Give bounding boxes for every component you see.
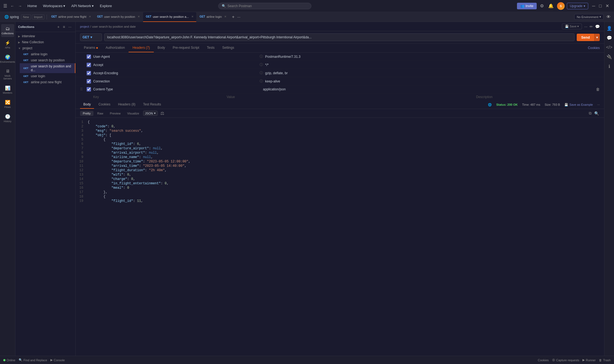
header-info-icon[interactable]: ⓘ	[260, 71, 263, 75]
tab-headers[interactable]: Headers (7)	[129, 44, 154, 52]
plugin-icon-button[interactable]: 🔌	[605, 53, 614, 61]
raw-format-button[interactable]: Raw	[95, 111, 106, 116]
minimize-button[interactable]: ─	[590, 3, 597, 9]
explore-link[interactable]: Explore	[98, 3, 114, 9]
response-more-button[interactable]: ···	[597, 103, 600, 106]
sidebar-item-environments[interactable]: 🌍 Environments	[1, 52, 14, 65]
tree-item-user-login[interactable]: GET user login	[20, 73, 75, 79]
import-button[interactable]: Import	[32, 15, 44, 19]
tab-add-button[interactable]: +	[230, 13, 237, 21]
cookies-link[interactable]: Cookies	[588, 44, 600, 52]
sort-button[interactable]: ≡	[62, 24, 66, 30]
sidebar-item-history[interactable]: 🕐 History	[1, 112, 14, 125]
capture-requests-button[interactable]: ⦿ Capture requests	[552, 359, 579, 362]
invite-button[interactable]: 👥 Invite	[517, 3, 537, 9]
save-as-example-button[interactable]: 💾 Save as Example	[564, 103, 593, 107]
find-replace-button[interactable]: 🔍 Find and Replace	[19, 358, 47, 362]
edit-button[interactable]: ✏	[590, 24, 593, 29]
menu-icon[interactable]: ☰	[3, 3, 7, 8]
tree-item-new-collection[interactable]: ▶ New Collection	[15, 39, 75, 45]
sidebar-item-monitors[interactable]: 📊 Monitors	[1, 83, 14, 96]
workspaces-link[interactable]: Workspaces▾	[41, 3, 67, 9]
settings-icon-button[interactable]: ⚙	[539, 2, 545, 10]
sidebar-item-mock-servers[interactable]: 🖥 Mock Servers	[1, 67, 14, 82]
environment-selector[interactable]: No Environment ▾	[574, 14, 604, 20]
header-checkbox[interactable]	[87, 79, 91, 84]
api-network-link[interactable]: API Network▾	[69, 3, 96, 9]
resp-tab-test-results[interactable]: Test Results	[140, 101, 164, 109]
tree-item-user-search-position-date[interactable]: GET user search by position and d...	[20, 63, 75, 73]
add-collection-button[interactable]: +	[56, 24, 61, 30]
tab-settings[interactable]: Settings	[218, 44, 238, 52]
preview-format-button[interactable]: Preview	[107, 111, 123, 116]
tree-item-airline-login[interactable]: GET airline login	[20, 51, 75, 57]
tab-user-search-position-date[interactable]: GET user search by position a... ✕	[143, 12, 196, 22]
nav-back-button[interactable]: ←	[9, 3, 16, 9]
upgrade-button[interactable]: Upgrade▾	[567, 3, 588, 9]
send-button[interactable]: Send	[577, 34, 594, 41]
tree-item-airline-post-new-flight[interactable]: GET airline post new flight	[20, 79, 75, 85]
send-dropdown-button[interactable]: ▾	[594, 34, 600, 41]
tab-close-icon[interactable]: ✕	[191, 15, 194, 18]
header-checkbox[interactable]	[87, 55, 91, 59]
tab-params[interactable]: Params	[80, 44, 102, 52]
breadcrumb-more-button[interactable]: ···	[584, 24, 587, 29]
search-code-button[interactable]: 🔍	[593, 110, 600, 116]
maximize-button[interactable]: □	[597, 3, 603, 9]
header-checkbox[interactable]	[87, 71, 91, 75]
copy-button[interactable]: ⧉	[588, 110, 592, 116]
close-button[interactable]: ✕	[604, 3, 611, 9]
sidebar-item-collections[interactable]: 🗂 Collections	[1, 24, 14, 37]
header-checkbox[interactable]	[87, 63, 91, 67]
tab-tests[interactable]: Tests	[203, 44, 218, 52]
tree-item-project[interactable]: ▼ project	[15, 45, 75, 51]
sidebar-item-flows[interactable]: 🔀 Flows	[1, 98, 14, 111]
method-selector[interactable]: GET ▾	[80, 33, 102, 41]
environment-icon-button[interactable]: 👁	[605, 13, 612, 21]
nav-forward-button[interactable]: →	[16, 3, 24, 9]
avatar[interactable]: S	[557, 2, 565, 10]
notification-icon-button[interactable]: 🔔	[547, 2, 555, 10]
url-input[interactable]	[104, 33, 575, 41]
resp-tab-headers[interactable]: Headers (8)	[115, 101, 139, 109]
cookies-status-button[interactable]: Cookies	[538, 359, 549, 362]
sidebar-item-apis[interactable]: ⚡ APIs	[1, 38, 14, 51]
tab-close-icon[interactable]: ✕	[224, 15, 226, 18]
new-header-key[interactable]: Key	[93, 95, 217, 99]
tab-authorization[interactable]: Authorization	[102, 44, 129, 52]
save-button[interactable]: 💾 Save ▾	[562, 24, 582, 29]
visualize-format-button[interactable]: Visualize	[124, 111, 142, 116]
tab-user-search-position[interactable]: GET user search by position ✕	[94, 12, 143, 22]
tab-more-button[interactable]: ···	[237, 15, 240, 19]
header-info-icon[interactable]: ⓘ	[260, 54, 263, 59]
search-bar[interactable]: 🔍 Search Postman	[218, 3, 311, 9]
runner-button[interactable]: ▶ Runner	[582, 358, 596, 362]
header-info-icon[interactable]: ⓘ	[260, 62, 263, 67]
home-link[interactable]: Home	[25, 3, 39, 9]
tab-body[interactable]: Body	[154, 44, 169, 52]
more-options-button[interactable]: ···	[67, 24, 73, 30]
pretty-format-button[interactable]: Pretty	[80, 111, 93, 116]
console-button[interactable]: ▶ Console	[50, 358, 65, 362]
person-icon-button[interactable]: 👤	[605, 24, 614, 33]
info-icon-button[interactable]: ℹ	[607, 62, 612, 71]
tree-item-user-search-position[interactable]: GET user search by position	[20, 57, 75, 63]
code-icon-button[interactable]: </>	[604, 43, 614, 51]
breadcrumb-project[interactable]: project	[80, 25, 89, 28]
resp-tab-body[interactable]: Body	[80, 101, 94, 109]
tab-pre-request-script[interactable]: Pre-request Script	[169, 44, 203, 52]
new-button[interactable]: New	[21, 15, 31, 19]
comment-button[interactable]: 💬	[595, 24, 600, 29]
comment-sidebar-icon-button[interactable]: 💬	[605, 34, 614, 42]
tree-item-interview[interactable]: ▶ interview	[15, 33, 75, 39]
header-delete-icon[interactable]: 🗑	[596, 87, 600, 91]
tab-close-icon[interactable]: ✕	[138, 15, 140, 18]
trash-button[interactable]: 🗑 Trash	[599, 359, 611, 362]
header-info-icon[interactable]: ⓘ	[260, 79, 263, 84]
resp-tab-cookies[interactable]: Cookies	[95, 101, 113, 109]
filter-icon-button[interactable]: ⚖	[159, 110, 166, 116]
tab-close-icon[interactable]: ✕	[89, 15, 91, 18]
new-header-value[interactable]: Value	[227, 95, 474, 99]
drag-handle-icon[interactable]: ⠿	[80, 87, 84, 91]
header-checkbox[interactable]	[87, 87, 91, 91]
